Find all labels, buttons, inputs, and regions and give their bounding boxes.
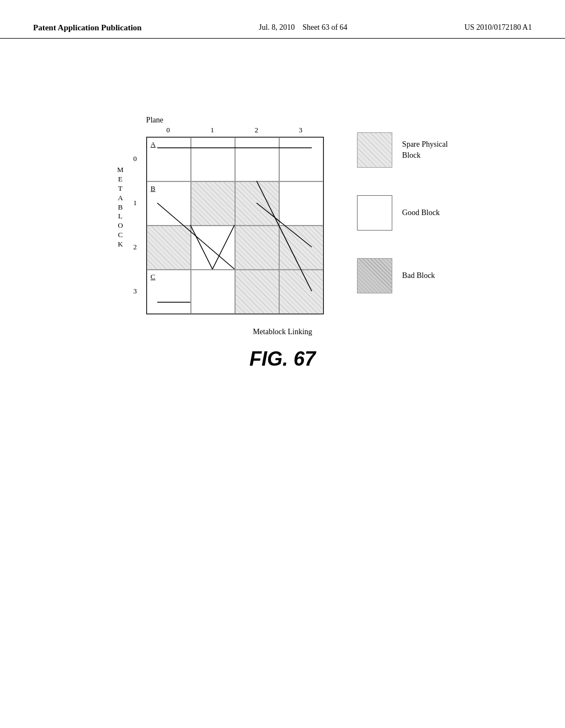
row-label-3: 3 [124, 269, 146, 313]
cell-1-0: B [147, 181, 191, 226]
page-header: Patent Application Publication Jul. 8, 2… [0, 0, 565, 39]
legend-box-bad [357, 258, 392, 293]
col-header-2: 2 [234, 126, 279, 137]
legend-item-good: Good Block [357, 195, 448, 231]
cell-2-0 [147, 226, 191, 270]
cell-3-1 [191, 270, 235, 314]
grid-wrapper: A B [146, 137, 324, 314]
legend-label-good: Good Block [402, 207, 440, 218]
header-publication-type: Patent Application Publication [33, 22, 142, 34]
cell-label-C: C [151, 272, 156, 281]
row-label-2: 2 [124, 225, 146, 269]
legend-box-spare [357, 132, 392, 168]
cell-0-1 [191, 137, 235, 181]
cell-label-A: A [151, 140, 156, 149]
row-label-0: 0 [124, 137, 146, 181]
cell-1-1 [191, 181, 235, 226]
legend: Spare PhysicalBlock Good Block Bad Block [357, 132, 448, 293]
header-date: Jul. 8, 2010 [259, 23, 295, 31]
col-header-1: 1 [190, 126, 234, 137]
legend-box-good [357, 195, 392, 231]
cell-label-B: B [151, 184, 156, 193]
cell-grid: A B [146, 137, 324, 314]
cell-2-2 [235, 226, 279, 270]
col-header-3: 3 [279, 126, 323, 137]
grid-container: Plane 0 1 2 3 0 1 2 3 [124, 116, 324, 314]
plane-label: Plane [146, 116, 163, 125]
column-headers: 0 1 2 3 [146, 126, 323, 137]
legend-item-bad: Bad Block [357, 258, 448, 293]
row-label-1: 1 [124, 181, 146, 225]
cell-0-3 [279, 137, 323, 181]
header-date-sheet: Jul. 8, 2010 Sheet 63 of 64 [259, 22, 348, 33]
header-sheet: Sheet 63 of 64 [302, 23, 347, 31]
legend-item-spare: Spare PhysicalBlock [357, 132, 448, 168]
legend-label-bad: Bad Block [402, 270, 435, 281]
diagram-caption: Metablock Linking [253, 328, 312, 336]
cell-3-0: C [147, 270, 191, 314]
col-header-0: 0 [146, 126, 190, 137]
row-labels: 0 1 2 3 [124, 137, 146, 314]
cell-1-2 [235, 181, 279, 226]
cell-0-0: A [147, 137, 191, 181]
cell-0-2 [235, 137, 279, 181]
figure-label: FIG. 67 [249, 347, 316, 371]
metablock-label: M E T A B L O C K [117, 165, 124, 249]
legend-label-spare: Spare PhysicalBlock [402, 139, 448, 160]
cell-1-3 [279, 181, 323, 226]
cell-3-3 [279, 270, 323, 314]
cell-3-2 [235, 270, 279, 314]
main-content: M E T A B L O C K Plane 0 1 2 [0, 116, 565, 371]
cell-2-1 [191, 226, 235, 270]
grid-rows: 0 1 2 3 A [124, 137, 324, 314]
header-patent-number: US 2010/0172180 A1 [465, 22, 532, 33]
cell-2-3 [279, 226, 323, 270]
